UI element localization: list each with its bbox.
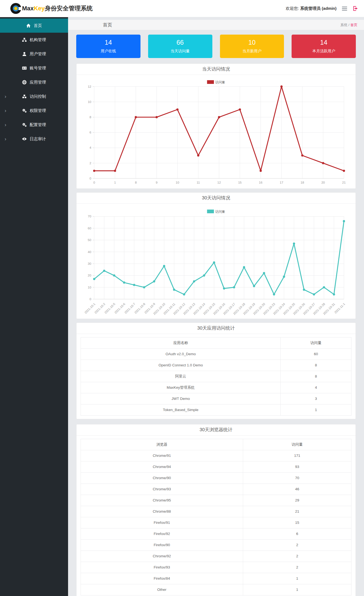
table-row: 阿里云8 bbox=[81, 371, 351, 382]
daily-visits-chart-title: 当天访问情况 bbox=[77, 64, 356, 75]
table-cell: 8 bbox=[281, 360, 351, 371]
svg-text:70: 70 bbox=[88, 214, 91, 218]
breadcrumb-separator: / bbox=[348, 23, 350, 27]
table-cell: 15 bbox=[243, 517, 351, 528]
svg-text:1: 1 bbox=[114, 181, 116, 184]
table-cell: Firefox/93 bbox=[81, 562, 243, 573]
table-cell: Token_Based_Simple bbox=[81, 404, 281, 415]
table-cell: Chrome/95 bbox=[81, 495, 243, 506]
app-header: MaxKey身份安全管理系统 欢迎您: 系统管理员 (admin) bbox=[0, 0, 364, 17]
table-row: Chrome/9529 bbox=[81, 495, 351, 506]
breadcrumb-current-link[interactable]: 首页 bbox=[350, 23, 357, 27]
svg-text:10: 10 bbox=[88, 100, 91, 104]
svg-text:2: 2 bbox=[90, 161, 91, 165]
table-row: Chrome/922 bbox=[81, 551, 351, 562]
breadcrumb: 首页 系统 / 首页 bbox=[68, 20, 364, 30]
table-cell: 171 bbox=[243, 450, 351, 461]
table-row: Firefox/932 bbox=[81, 562, 351, 573]
table-row: OpenID Connect 1.0 Demo8 bbox=[81, 360, 351, 371]
svg-text:15: 15 bbox=[238, 181, 242, 184]
sidebar-item-perm[interactable]: ›权限管理 bbox=[0, 104, 68, 118]
table-cell: 6 bbox=[243, 528, 351, 539]
table-cell: MaxKey管理系统 bbox=[81, 382, 281, 393]
cubes-icon bbox=[22, 94, 27, 99]
daily-visits-chart-card: 当天访问情况 0246810120189101112151617182021访问… bbox=[76, 63, 356, 189]
sidebar-item-label: 配置管理 bbox=[30, 122, 46, 127]
sidebar-item-label: 日志审计 bbox=[30, 136, 46, 142]
svg-text:9: 9 bbox=[156, 181, 157, 184]
column-header: 浏览器 bbox=[81, 439, 243, 450]
svg-text:2021-11-1: 2021-11-1 bbox=[334, 302, 346, 314]
svg-text:6: 6 bbox=[90, 130, 91, 134]
monthly-visits-chart-card: 30天访问情况 0102030405060702021-10-12021-10-… bbox=[76, 192, 356, 319]
stat-card-users-online: 14用户在线 bbox=[76, 35, 140, 58]
table-cell: 21 bbox=[243, 506, 351, 517]
stat-value: 66 bbox=[148, 39, 212, 46]
table-cell: 46 bbox=[243, 484, 351, 495]
app-visits-table: 应用名称访问量OAuth v2.0_Demo60OpenID Connect 1… bbox=[81, 337, 351, 416]
svg-text:17: 17 bbox=[280, 181, 283, 184]
svg-text:60: 60 bbox=[88, 226, 91, 230]
sidebar-item-app[interactable]: 应用管理 bbox=[0, 75, 68, 89]
chevron-right-icon: › bbox=[5, 122, 6, 127]
sidebar-item-access[interactable]: ›访问控制 bbox=[0, 89, 68, 104]
table-cell: Firefox/92 bbox=[81, 528, 243, 539]
table-cell: 1 bbox=[281, 404, 351, 415]
sidebar-item-audit[interactable]: ›日志审计 bbox=[0, 132, 68, 146]
table-cell: Firefox/90 bbox=[81, 539, 243, 551]
page-title: 首页 bbox=[103, 22, 112, 28]
logout-icon[interactable] bbox=[353, 6, 358, 11]
maxkey-logo-icon bbox=[10, 3, 21, 14]
table-cell: 阿里云 bbox=[81, 371, 281, 382]
chevron-right-icon: › bbox=[5, 108, 6, 113]
svg-text:30: 30 bbox=[88, 262, 91, 265]
menu-toggle-icon[interactable] bbox=[341, 6, 348, 11]
sidebar-item-home[interactable]: 首页 bbox=[0, 19, 68, 33]
stat-label: 用户在线 bbox=[76, 49, 140, 54]
sidebar-item-config[interactable]: ›配置管理 bbox=[0, 118, 68, 132]
gears-icon bbox=[22, 108, 27, 113]
breadcrumb-path: 系统 / 首页 bbox=[340, 23, 357, 28]
table-cell: Firefox/84 bbox=[81, 573, 243, 584]
sidebar-item-org[interactable]: 机构管理 bbox=[0, 33, 68, 47]
browser-stats-table-title: 30天浏览器统计 bbox=[77, 424, 356, 436]
table-row: Firefox/926 bbox=[81, 528, 351, 539]
main-area: 首页 系统 / 首页 14用户在线66当天访问量10当月新用户14本月活跃用户 … bbox=[68, 17, 364, 596]
svg-text:10: 10 bbox=[88, 285, 91, 289]
app-logo[interactable]: MaxKey身份安全管理系统 bbox=[10, 3, 93, 14]
welcome-text: 欢迎您: 系统管理员 (admin) bbox=[286, 6, 337, 11]
svg-text:16: 16 bbox=[259, 181, 262, 184]
breadcrumb-root-link[interactable]: 系统 bbox=[340, 23, 347, 27]
sidebar-item-label: 权限管理 bbox=[30, 108, 46, 113]
globe-icon bbox=[22, 80, 27, 84]
svg-text:12: 12 bbox=[217, 181, 221, 184]
table-cell: Chrome/92 bbox=[81, 551, 243, 562]
table-cell: Firefox/91 bbox=[81, 517, 243, 528]
sidebar-item-account[interactable]: 账号管理 bbox=[0, 61, 68, 75]
table-row: Firefox/9115 bbox=[81, 517, 351, 528]
table-cell: 2 bbox=[243, 551, 351, 562]
home-icon bbox=[26, 23, 31, 28]
svg-text:0: 0 bbox=[90, 177, 91, 180]
sidebar-item-label: 应用管理 bbox=[30, 80, 46, 85]
table-cell: Other bbox=[81, 584, 243, 595]
table-row: Chrome/91171 bbox=[81, 450, 351, 461]
table-cell: 8 bbox=[281, 371, 351, 382]
dashboard-content: 14用户在线66当天访问量10当月新用户14本月活跃用户 当天访问情况 0246… bbox=[68, 30, 364, 596]
svg-text:0: 0 bbox=[93, 181, 95, 184]
svg-text:40: 40 bbox=[88, 250, 91, 253]
daily-visits-chart: 0246810120189101112151617182021访问量 bbox=[77, 75, 356, 188]
table-cell: 3 bbox=[281, 393, 351, 404]
header-actions: 欢迎您: 系统管理员 (admin) bbox=[286, 6, 358, 11]
svg-text:21: 21 bbox=[342, 181, 346, 184]
table-cell: 29 bbox=[243, 495, 351, 506]
sidebar-item-user[interactable]: 用户管理 bbox=[0, 47, 68, 61]
app-visits-table-card: 30天应用访问统计 应用名称访问量OAuth v2.0_Demo60OpenID… bbox=[76, 323, 356, 419]
table-row: Other1 bbox=[81, 584, 351, 595]
table-cell: 60 bbox=[281, 348, 351, 360]
table-row: Token_Based_Simple1 bbox=[81, 404, 351, 415]
app-visits-table-title: 30天应用访问统计 bbox=[77, 323, 356, 334]
svg-text:11: 11 bbox=[197, 181, 200, 184]
svg-text:20: 20 bbox=[88, 273, 91, 277]
sidebar-item-label: 首页 bbox=[34, 23, 42, 28]
